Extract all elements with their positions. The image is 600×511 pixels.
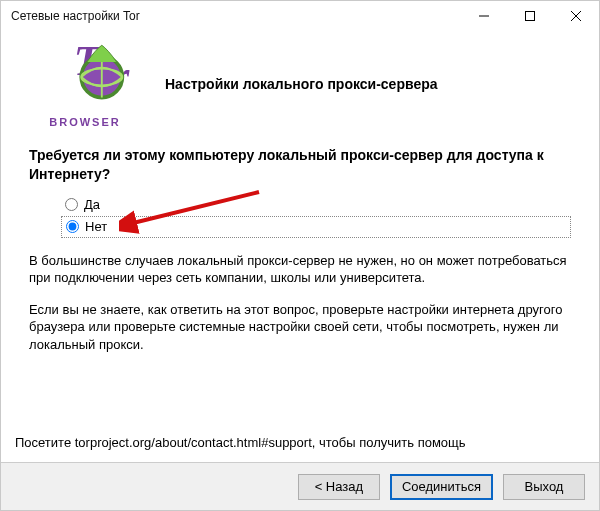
minimize-icon: [479, 11, 489, 21]
radio-group: Да Нет: [61, 194, 571, 238]
close-button[interactable]: [553, 1, 599, 31]
titlebar: Сетевые настройки Tor: [1, 1, 599, 31]
content-area: T r BROWSER Настройки локального прокси-…: [1, 31, 599, 354]
tor-logo: T r BROWSER: [29, 39, 141, 128]
connect-button[interactable]: Соединиться: [390, 474, 493, 500]
close-icon: [571, 11, 581, 21]
help-text: Посетите torproject.org/about/contact.ht…: [1, 435, 599, 462]
window-title: Сетевые настройки Tor: [11, 9, 140, 23]
radio-yes-label: Да: [84, 197, 100, 212]
info-paragraph-2: Если вы не знаете, как ответить на этот …: [29, 301, 571, 354]
window-controls: [461, 1, 599, 31]
maximize-button[interactable]: [507, 1, 553, 31]
button-bar: < Назад Соединиться Выход: [1, 462, 599, 510]
exit-button[interactable]: Выход: [503, 474, 585, 500]
radio-no-input[interactable]: [66, 220, 79, 233]
radio-no-label: Нет: [85, 219, 107, 234]
tor-logo-icon: T r: [29, 39, 141, 115]
radio-option-yes[interactable]: Да: [61, 194, 571, 216]
radio-yes-input[interactable]: [65, 198, 78, 211]
footer: Посетите torproject.org/about/contact.ht…: [1, 435, 599, 510]
logo-browser-label: BROWSER: [29, 116, 141, 128]
maximize-icon: [525, 11, 535, 21]
page-heading: Настройки локального прокси-сервера: [165, 76, 438, 92]
header-row: T r BROWSER Настройки локального прокси-…: [29, 39, 571, 128]
info-paragraph-1: В большинстве случаев локальный прокси-с…: [29, 252, 571, 287]
minimize-button[interactable]: [461, 1, 507, 31]
proxy-question: Требуется ли этому компьютеру локальный …: [29, 146, 571, 184]
svg-rect-1: [526, 12, 535, 21]
radio-option-no[interactable]: Нет: [61, 216, 571, 238]
back-button[interactable]: < Назад: [298, 474, 380, 500]
